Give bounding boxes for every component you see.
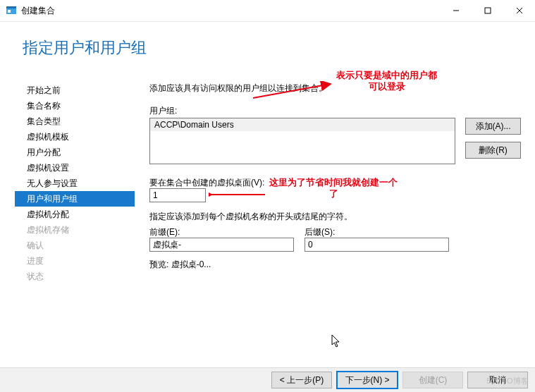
sidebar-item[interactable]: 虚拟机设置	[15, 160, 135, 176]
annotation-1: 表示只要是域中的用户都可以登录	[336, 70, 437, 92]
suffix-label: 后缀(S):	[305, 226, 335, 238]
sidebar-item: 状态	[15, 269, 135, 284]
preview-value: 虚拟桌-0...	[171, 259, 211, 269]
sidebar-item[interactable]: 用户和用户组	[15, 191, 135, 207]
remove-button[interactable]: 删除(R)	[465, 142, 521, 159]
sidebar-item[interactable]: 集合类型	[15, 114, 135, 129]
prefix-input[interactable]	[149, 238, 294, 252]
preview-row: 预览: 虚拟桌-0...	[149, 259, 211, 271]
maximize-button[interactable]	[472, 0, 503, 21]
prev-button[interactable]: < 上一步(P)	[271, 372, 332, 388]
sidebar-item[interactable]: 虚拟机分配	[15, 207, 135, 222]
window-title: 创建集合	[21, 5, 55, 17]
svg-rect-4	[485, 8, 491, 13]
sidebar-item[interactable]: 无人参与设置	[15, 176, 135, 191]
page-title: 指定用户和用户组	[23, 37, 147, 59]
usergroup-label: 用户组:	[149, 105, 177, 117]
svg-line-7	[253, 84, 331, 98]
usergroup-listbox[interactable]: ACCP\Domain Users	[149, 118, 455, 164]
next-button[interactable]: 下一步(N) >	[336, 371, 398, 389]
cursor-icon	[331, 334, 343, 348]
usergroup-item[interactable]: ACCP\Domain Users	[150, 118, 455, 132]
svg-rect-2	[8, 10, 11, 13]
watermark: 51CTO博客	[486, 376, 529, 386]
annotation-2: 这里为了节省时间我就创建一个了	[269, 177, 398, 200]
annotation-2-arrow	[209, 190, 266, 200]
sidebar-item[interactable]: 虚拟机模板	[15, 129, 135, 145]
title-bar: 创建集合	[0, 0, 535, 22]
svg-rect-1	[6, 6, 16, 8]
minimize-button[interactable]	[440, 0, 472, 21]
window-controls	[440, 0, 535, 21]
virtual-desktop-count-input[interactable]	[149, 188, 206, 202]
prefix-label: 前缀(E):	[149, 226, 180, 238]
create-button: 创建(C)	[402, 372, 463, 388]
wizard-footer: < 上一步(P) 下一步(N) > 创建(C) 取消	[0, 367, 535, 392]
sidebar-item: 进度	[15, 253, 135, 269]
naming-description: 指定应该添加到每个虚拟机名称的开头或结尾的字符。	[149, 211, 352, 223]
app-icon	[6, 5, 17, 16]
virtual-desktop-count-label: 要在集合中创建的虚拟桌面(V):	[149, 177, 264, 189]
add-button[interactable]: 添加(A)...	[465, 118, 521, 135]
preview-label: 预览:	[149, 259, 168, 269]
annotation-1-arrow	[252, 81, 336, 102]
close-button[interactable]	[503, 0, 535, 21]
suffix-input[interactable]	[305, 238, 449, 252]
sidebar-item[interactable]: 集合名称	[15, 98, 135, 114]
wizard-sidebar: 开始之前集合名称集合类型虚拟机模板用户分配虚拟机设置无人参与设置用户和用户组虚拟…	[15, 82, 135, 284]
sidebar-item[interactable]: 用户分配	[15, 145, 135, 160]
sidebar-item[interactable]: 开始之前	[15, 82, 135, 98]
sidebar-item: 虚拟机存储	[15, 222, 135, 238]
sidebar-item: 确认	[15, 238, 135, 253]
